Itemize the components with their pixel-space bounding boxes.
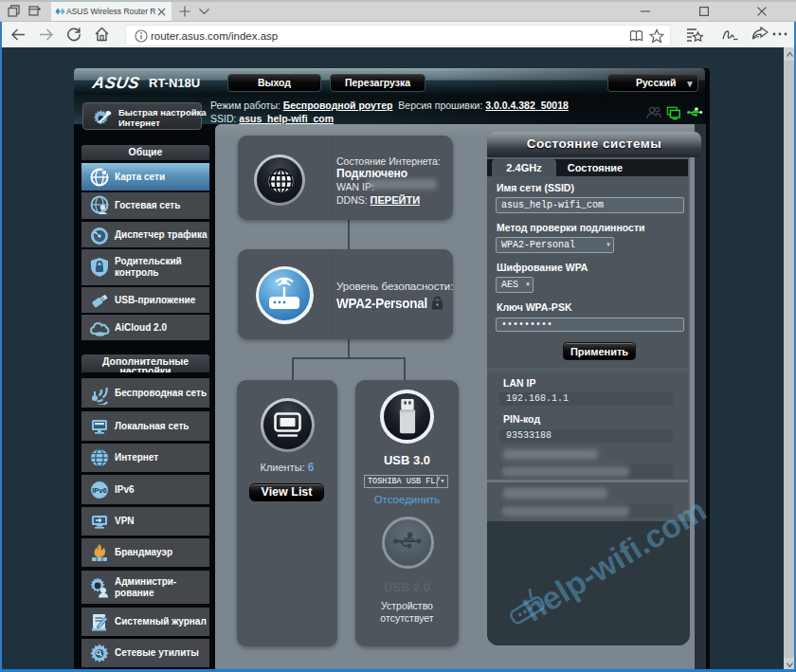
svg-text:IPv6: IPv6: [92, 486, 106, 495]
